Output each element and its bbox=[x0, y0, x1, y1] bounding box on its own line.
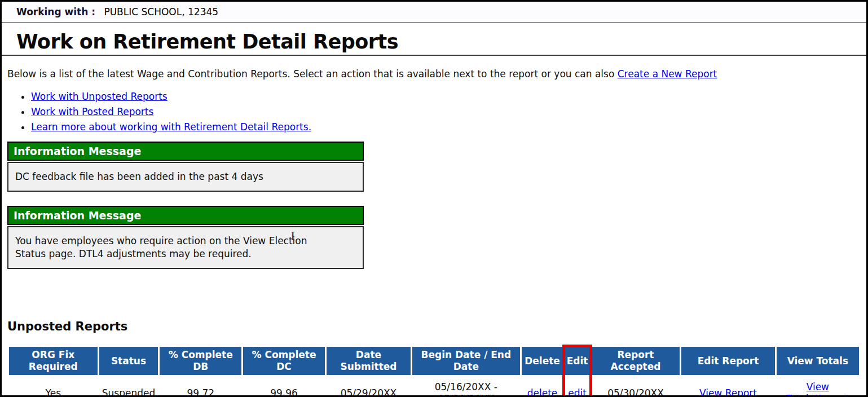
learn-more-link[interactable]: Learn more about working with Retirement… bbox=[31, 121, 311, 133]
info-message-title: Information Message bbox=[7, 142, 364, 161]
view-totals-accept-link[interactable]: View Totals/Accept bbox=[786, 381, 849, 397]
column-header-delete: Delete bbox=[522, 347, 563, 375]
intro-text-body: Below is a list of the latest Wage and C… bbox=[7, 68, 618, 80]
column-header-pct-complete-db: % Complete DB bbox=[160, 347, 241, 375]
column-header-edit: Edit bbox=[565, 347, 589, 375]
cell-edit: edit bbox=[565, 376, 589, 397]
table-row: Yes Suspended 99.72 99.96 05/29/20XX 05/… bbox=[9, 376, 859, 397]
edit-link[interactable]: edit bbox=[568, 387, 587, 397]
column-header-date-submitted: Date Submitted bbox=[327, 347, 411, 375]
column-header-view-totals: View Totals bbox=[777, 347, 859, 375]
delete-link[interactable]: delete bbox=[527, 387, 558, 397]
column-header-edit-label: Edit bbox=[567, 355, 588, 367]
work-with-unposted-reports-link[interactable]: Work with Unposted Reports bbox=[31, 91, 168, 102]
list-item: Work with Unposted Reports bbox=[31, 90, 866, 103]
table-header-row: ORG Fix Required Status % Complete DB % … bbox=[9, 347, 859, 375]
cell-date-submitted: 05/29/20XX bbox=[327, 376, 411, 397]
list-item: Work with Posted Reports bbox=[31, 105, 866, 118]
unposted-reports-table-wrap: ORG Fix Required Status % Complete DB % … bbox=[7, 346, 861, 397]
column-header-begin-end-date: Begin Date / End Date bbox=[412, 347, 520, 375]
column-header-pct-complete-dc: % Complete DC bbox=[243, 347, 325, 375]
working-with-label: Working with : bbox=[16, 6, 95, 17]
title-divider bbox=[2, 55, 866, 56]
info-message-box-1: Information Message DC feedback file has… bbox=[7, 142, 364, 192]
info-message-box-2: Information Message You have employees w… bbox=[7, 206, 364, 269]
cell-view-totals: View Totals/Accept bbox=[777, 376, 859, 397]
info-message-body: You have employees who require action on… bbox=[7, 226, 364, 269]
cell-report-accepted: 05/30/20XX bbox=[592, 376, 680, 397]
working-with-value: PUBLIC SCHOOL, 12345 bbox=[104, 6, 218, 17]
cell-pct-complete-db: 99.72 bbox=[160, 376, 241, 397]
info-message-title: Information Message bbox=[7, 206, 364, 225]
cell-delete: delete bbox=[522, 376, 563, 397]
page-title: Work on Retirement Detail Reports bbox=[16, 30, 855, 53]
working-with-bar: Working with : PUBLIC SCHOOL, 12345 bbox=[2, 2, 866, 23]
info-message-body: DC feedback file has been added in the p… bbox=[7, 162, 364, 192]
column-header-status: Status bbox=[99, 347, 158, 375]
column-header-report-accepted: Report Accepted bbox=[592, 347, 680, 375]
nav-link-list: Work with Unposted Reports Work with Pos… bbox=[31, 90, 866, 133]
intro-text: Below is a list of the latest Wage and C… bbox=[7, 68, 860, 80]
cell-org-fix-required: Yes bbox=[9, 376, 98, 397]
unposted-reports-table: ORG Fix Required Status % Complete DB % … bbox=[7, 346, 861, 397]
cell-status: Suspended bbox=[99, 376, 158, 397]
view-report-link[interactable]: View Report bbox=[699, 387, 757, 397]
column-header-edit-report: Edit Report bbox=[681, 347, 774, 375]
list-item: Learn more about working with Retirement… bbox=[31, 121, 866, 133]
column-header-org-fix-required: ORG Fix Required bbox=[9, 347, 98, 375]
page: { "working_bar": { "label": "Working wit… bbox=[0, 0, 868, 397]
cell-edit-report: View Report bbox=[681, 376, 774, 397]
cell-begin-end-date: 05/16/20XX - 05/31/20XX bbox=[412, 376, 520, 397]
create-new-report-link[interactable]: Create a New Report bbox=[618, 68, 717, 80]
cell-pct-complete-dc: 99.96 bbox=[243, 376, 325, 397]
work-with-posted-reports-link[interactable]: Work with Posted Reports bbox=[31, 106, 153, 117]
unposted-reports-heading: Unposted Reports bbox=[7, 320, 866, 333]
